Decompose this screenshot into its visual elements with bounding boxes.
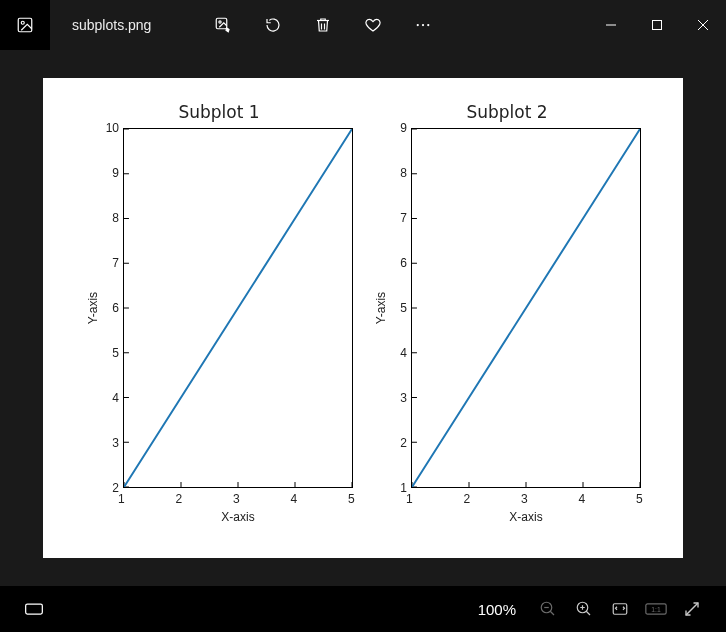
x-tick-label: 1 xyxy=(406,492,413,506)
y-axis-label: Y-axis xyxy=(374,292,388,324)
actual-size-icon[interactable]: 1:1 xyxy=(638,591,674,627)
x-tick-label: 5 xyxy=(348,492,355,506)
y-tick-label: 8 xyxy=(112,211,119,225)
subplot-1: Subplot 1Y-axis2345678910 12345X-axis xyxy=(85,102,353,524)
image-canvas: Subplot 1Y-axis2345678910 12345X-axisSub… xyxy=(0,50,726,586)
fullscreen-icon[interactable] xyxy=(674,591,710,627)
y-tick-label: 7 xyxy=(112,256,119,270)
y-tick-label: 2 xyxy=(400,436,407,450)
y-tick-label: 10 xyxy=(106,121,119,135)
zoom-in-icon[interactable] xyxy=(566,591,602,627)
toolbar xyxy=(173,0,433,50)
edit-image-icon[interactable] xyxy=(213,15,233,35)
x-tick-label: 2 xyxy=(464,492,471,506)
window-controls xyxy=(588,0,726,50)
y-tick-label: 8 xyxy=(400,166,407,180)
subplot-2: Subplot 2Y-axis123456789 12345X-axis xyxy=(373,102,641,524)
y-tick-label: 3 xyxy=(112,436,119,450)
filename-label: subplots.png xyxy=(50,0,173,50)
subplot-title: Subplot 2 xyxy=(466,102,547,122)
x-tick-label: 4 xyxy=(291,492,298,506)
data-line xyxy=(412,129,640,487)
y-tick-label: 6 xyxy=(400,256,407,270)
svg-point-3 xyxy=(219,21,221,23)
x-axis-label: X-axis xyxy=(123,510,353,524)
svg-point-4 xyxy=(417,24,419,26)
y-tick-label: 7 xyxy=(400,211,407,225)
data-line xyxy=(124,129,352,487)
zoom-level-label: 100% xyxy=(478,601,516,618)
svg-rect-0 xyxy=(18,18,32,32)
y-tick-label: 5 xyxy=(400,301,407,315)
y-tick-label: 9 xyxy=(112,166,119,180)
favorite-icon[interactable] xyxy=(363,15,383,35)
x-tick-label: 4 xyxy=(579,492,586,506)
filmstrip-icon[interactable] xyxy=(16,591,52,627)
x-tick-label: 2 xyxy=(176,492,183,506)
fit-screen-icon[interactable] xyxy=(602,591,638,627)
y-tick-label: 5 xyxy=(112,346,119,360)
svg-point-1 xyxy=(21,21,24,24)
minimize-button[interactable] xyxy=(588,0,634,50)
app-photo-icon xyxy=(0,0,50,50)
plot-area xyxy=(411,128,641,488)
x-tick-label: 3 xyxy=(233,492,240,506)
delete-icon[interactable] xyxy=(313,15,333,35)
more-icon[interactable] xyxy=(413,15,433,35)
maximize-button[interactable] xyxy=(634,0,680,50)
figure: Subplot 1Y-axis2345678910 12345X-axisSub… xyxy=(43,78,683,558)
x-tick-label: 3 xyxy=(521,492,528,506)
plot-area xyxy=(123,128,353,488)
rotate-icon[interactable] xyxy=(263,15,283,35)
svg-point-6 xyxy=(428,24,430,26)
bottombar: 100% 1:1 xyxy=(0,586,726,632)
x-axis-label: X-axis xyxy=(411,510,641,524)
zoom-out-icon[interactable] xyxy=(530,591,566,627)
svg-rect-11 xyxy=(613,604,627,615)
titlebar: subplots.png xyxy=(0,0,726,50)
close-button[interactable] xyxy=(680,0,726,50)
svg-text:1:1: 1:1 xyxy=(651,606,661,613)
y-tick-label: 4 xyxy=(400,346,407,360)
y-tick-label: 6 xyxy=(112,301,119,315)
x-tick-label: 1 xyxy=(118,492,125,506)
x-tick-label: 5 xyxy=(636,492,643,506)
y-tick-label: 9 xyxy=(400,121,407,135)
y-axis-label: Y-axis xyxy=(86,292,100,324)
svg-rect-7 xyxy=(653,21,662,30)
svg-rect-8 xyxy=(26,604,43,614)
y-tick-label: 3 xyxy=(400,391,407,405)
subplot-title: Subplot 1 xyxy=(178,102,259,122)
y-tick-label: 4 xyxy=(112,391,119,405)
svg-point-5 xyxy=(422,24,424,26)
